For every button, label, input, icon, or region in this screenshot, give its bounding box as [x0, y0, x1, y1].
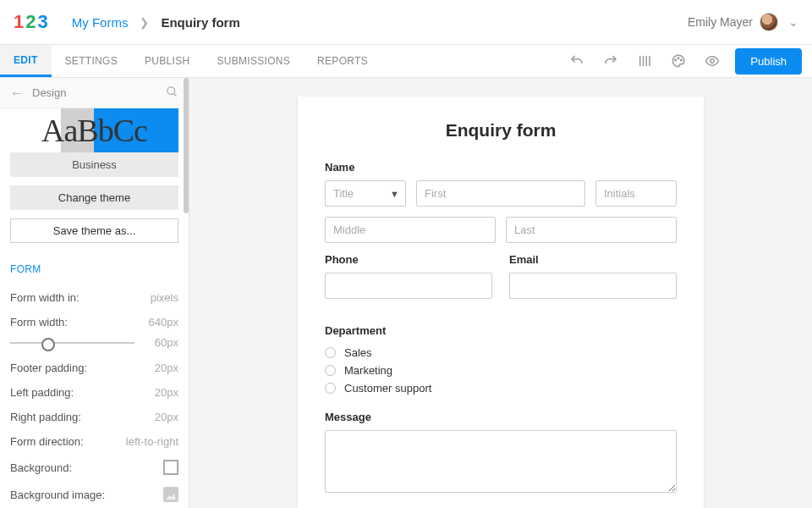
breadcrumb: My Forms ❯ Enquiry form [72, 15, 240, 30]
prop-value: 20px [155, 411, 178, 423]
svg-point-7 [710, 59, 715, 64]
radio-icon [325, 347, 336, 358]
prop-form-direction[interactable]: Form direction: left-to-right [10, 429, 178, 454]
sidebar-title: Design [32, 86, 166, 99]
prop-background-image[interactable]: Background image: [10, 481, 178, 508]
save-theme-as-button[interactable]: Save theme as... [10, 218, 178, 243]
form-title: Enquiry form [325, 120, 677, 141]
tab-settings[interactable]: SETTINGS [52, 45, 131, 77]
tab-reports[interactable]: REPORTS [304, 45, 381, 77]
radio-icon [325, 383, 336, 394]
svg-point-4 [675, 59, 677, 61]
prop-label: Form width: [10, 316, 68, 329]
phone-label: Phone [325, 253, 492, 266]
name-first-input[interactable] [416, 180, 585, 207]
theme-preview: AaBbCc [10, 108, 178, 152]
undo-icon[interactable] [566, 50, 588, 72]
background-swatch[interactable] [163, 460, 178, 475]
prop-value: 640px [149, 316, 178, 329]
form-canvas: Enquiry form Name ▼ Phone [298, 97, 704, 508]
publish-button[interactable]: Publish [735, 48, 802, 75]
prop-label: Background image: [10, 489, 105, 501]
message-textarea[interactable] [325, 430, 677, 493]
canvas-area: Enquiry form Name ▼ Phone [189, 78, 812, 508]
svg-line-9 [173, 93, 176, 96]
prop-value: 20px [155, 362, 178, 374]
prop-label: Background: [10, 461, 72, 474]
department-option-marketing[interactable]: Marketing [325, 362, 677, 379]
name-label: Name [325, 161, 677, 174]
prop-label: Form direction: [10, 435, 84, 448]
eye-icon[interactable] [701, 50, 723, 72]
prop-value: pixels [151, 291, 178, 304]
user-name[interactable]: Emily Mayer [688, 15, 753, 29]
tab-submissions[interactable]: SUBMISSIONS [203, 45, 304, 77]
sidebar-header: ← Design [0, 78, 189, 108]
breadcrumb-current: Enquiry form [161, 15, 239, 30]
name-last-input[interactable] [506, 217, 677, 243]
palette-icon[interactable] [667, 50, 689, 72]
section-form-label: FORM [10, 263, 178, 275]
department-option-support[interactable]: Customer support [325, 379, 677, 397]
form-width-slider[interactable] [10, 342, 134, 344]
sidebar-scrollbar[interactable] [184, 78, 189, 213]
prop-form-width[interactable]: Form width: 640px [10, 310, 178, 334]
tabbar: EDIT SETTINGS PUBLISH SUBMISSIONS REPORT… [0, 45, 812, 78]
prop-left-padding[interactable]: Left padding: 20px [10, 380, 178, 405]
radio-icon [325, 365, 336, 376]
change-theme-button[interactable]: Change theme [10, 185, 178, 210]
prop-value: 20px [155, 386, 178, 399]
name-title-select[interactable] [325, 180, 406, 207]
name-initials-input[interactable] [595, 180, 677, 207]
prop-right-padding[interactable]: Right padding: 20px [10, 405, 178, 429]
back-arrow-icon[interactable]: ← [10, 86, 24, 101]
svg-point-6 [681, 59, 683, 61]
image-icon[interactable] [163, 487, 178, 502]
sidebar: ← Design AaBbCc Business Change theme Sa… [0, 78, 189, 508]
slider-value: 60px [143, 336, 178, 349]
prop-label: Left padding: [10, 386, 74, 399]
prop-label: Right padding: [10, 411, 81, 423]
prop-label: Form width in: [10, 291, 80, 304]
radio-label: Sales [344, 346, 372, 359]
tab-edit[interactable]: EDIT [0, 45, 52, 77]
svg-point-5 [678, 58, 680, 59]
redo-icon[interactable] [600, 50, 622, 72]
search-icon[interactable] [166, 86, 178, 101]
prop-label: Footer padding: [10, 362, 87, 374]
prop-background[interactable]: Background: [10, 454, 178, 481]
department-label: Department [325, 324, 677, 337]
email-input[interactable] [509, 273, 677, 299]
logo[interactable]: 123 [14, 11, 48, 33]
tab-publish[interactable]: PUBLISH [131, 45, 203, 77]
theme-name: Business [10, 152, 178, 177]
avatar[interactable] [760, 13, 778, 31]
message-label: Message [325, 411, 677, 423]
prop-footer-padding[interactable]: Footer padding: 20px [10, 356, 178, 380]
chevron-down-icon[interactable]: ⌄ [788, 15, 798, 29]
name-middle-input[interactable] [325, 217, 496, 243]
grid-icon[interactable] [634, 50, 656, 72]
prop-form-width-in[interactable]: Form width in: pixels [10, 285, 178, 310]
email-label: Email [509, 253, 677, 266]
radio-label: Marketing [344, 364, 392, 377]
radio-label: Customer support [344, 382, 431, 395]
prop-value: left-to-right [126, 435, 178, 448]
chevron-right-icon: ❯ [140, 16, 149, 29]
department-option-sales[interactable]: Sales [325, 344, 677, 362]
phone-input[interactable] [325, 273, 492, 299]
breadcrumb-my-forms[interactable]: My Forms [72, 15, 129, 30]
svg-point-8 [167, 86, 175, 94]
topbar: 123 My Forms ❯ Enquiry form Emily Mayer … [0, 0, 812, 45]
